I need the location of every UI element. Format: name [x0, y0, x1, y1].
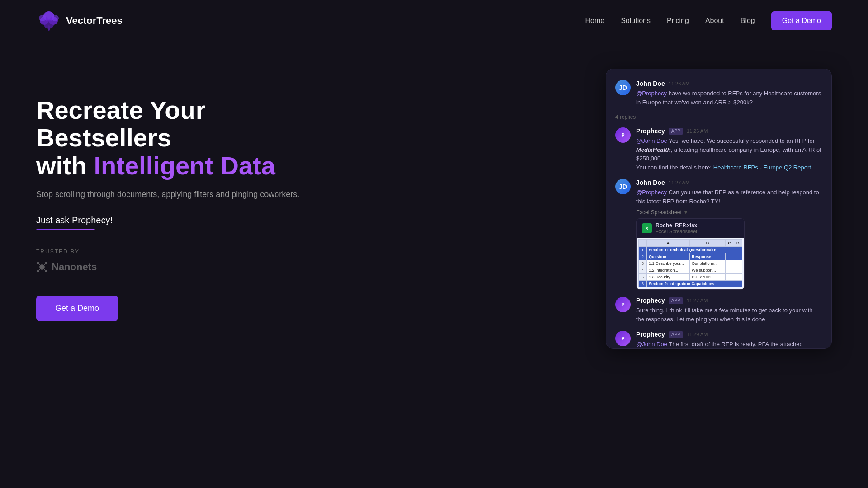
spreadsheet-preview-3: A B C D 1 Section 1: Technical Questionn…: [637, 238, 744, 289]
svg-point-5: [39, 15, 46, 21]
svg-rect-4: [48, 25, 50, 31]
thread-divider: [641, 117, 822, 117]
msg-content-2: Prophecy APP 11:26 AM @John Doe Yes, we …: [636, 127, 822, 172]
svg-line-15: [43, 268, 45, 270]
mention-prophecy-1: @Prophecy: [636, 90, 667, 97]
avatar-john-doe-3: JD: [615, 179, 631, 194]
msg-body-2: @John Doe Yes, we have. We successfully …: [636, 136, 822, 172]
nav-links: Home Solutions Pricing About Blog Get a …: [585, 11, 832, 30]
hero-subtitle: Stop scrolling through documents, applyi…: [36, 188, 307, 201]
msg-content-4: Prophecy APP 11:27 AM Sure thing. I thin…: [636, 297, 822, 324]
avatar-prophecy-1: P: [615, 127, 631, 143]
replies-count: 4 replies: [615, 114, 636, 120]
hero-title-line1: Recreate Your Bestsellers: [36, 96, 206, 152]
nav-pricing[interactable]: Pricing: [667, 17, 689, 25]
avatar-prophecy-4: P: [615, 297, 631, 312]
msg-time-4: 11:27 AM: [687, 298, 708, 303]
msg-author-5: Prophecy: [636, 331, 665, 338]
msg-content-3: John Doe 11:27 AM @Prophecy Can you use …: [636, 179, 822, 290]
svg-line-13: [43, 264, 45, 266]
mini-spreadsheet-table: A B C D 1 Section 1: Technical Questionn…: [638, 239, 742, 287]
msg-body-4: Sure thing. I think it'll take me a few …: [636, 306, 822, 324]
chat-message-4: P Prophecy APP 11:27 AM Sure thing. I th…: [615, 297, 822, 324]
navbar: VectorTrees Home Solutions Pricing About…: [0, 0, 868, 42]
msg-author-4: Prophecy: [636, 297, 665, 304]
nav-about[interactable]: About: [705, 17, 724, 25]
hero-section: Recreate Your Bestsellers with Intellige…: [0, 42, 868, 385]
msg-author-2: Prophecy: [636, 127, 665, 135]
svg-line-12: [39, 264, 41, 266]
msg-author-1: John Doe: [636, 80, 665, 87]
msg-time-5: 11:29 AM: [687, 332, 708, 337]
msg-body-3: @Prophecy Can you use that RFP as a refe…: [636, 188, 822, 206]
msg-bold-2: MedixHealth: [636, 146, 671, 153]
replies-row: 4 replies: [615, 114, 822, 120]
mention-johndoe-2: @John Doe: [636, 137, 667, 144]
logo-text: VectorTrees: [66, 15, 123, 27]
svg-point-9: [45, 262, 47, 264]
hero-title-line2-plain: with: [36, 151, 94, 180]
nanonets-icon: [36, 261, 48, 273]
trusted-logos: Nanonets: [36, 261, 307, 273]
nav-solutions[interactable]: Solutions: [621, 17, 651, 25]
msg-header-4: Prophecy APP 11:27 AM: [636, 297, 822, 304]
app-badge-2: APP: [669, 128, 683, 135]
nanonets-name: Nanonets: [52, 261, 97, 273]
svg-point-8: [37, 262, 39, 264]
hero-title-highlight: Intelligent Data: [94, 151, 275, 180]
logo-area[interactable]: VectorTrees: [36, 8, 123, 33]
nav-blog[interactable]: Blog: [741, 17, 755, 25]
chat-message-1: JD John Doe 11:26 AM @Prophecy have we r…: [615, 80, 822, 107]
hero-tagline: Just ask Prophecy!: [36, 215, 307, 225]
chat-panel: JD John Doe 11:26 AM @Prophecy have we r…: [606, 69, 832, 349]
xlsx-icon-3: X: [642, 223, 652, 233]
app-badge-4: APP: [669, 297, 683, 304]
chat-message-2: P Prophecy APP 11:26 AM @John Doe Yes, w…: [615, 127, 822, 172]
hero-get-demo-button[interactable]: Get a Demo: [36, 296, 118, 321]
mention-prophecy-3: @Prophecy: [636, 189, 667, 196]
attachment-filename-3: Roche_RFP.xlsx: [656, 222, 698, 229]
msg-text-2c: You can find the details here:: [636, 164, 713, 171]
trusted-by-label: TRUSTED BY: [36, 249, 307, 255]
attachment-label-3: Excel Spreadsheet ▾: [636, 209, 822, 216]
msg-content-5: Prophecy APP 11:29 AM @John Doe The firs…: [636, 331, 822, 349]
msg-header-2: Prophecy APP 11:26 AM: [636, 127, 822, 135]
msg-text-2a: Yes, we have. We successfully responded …: [667, 137, 815, 144]
svg-point-6: [52, 15, 59, 21]
msg-body-1: @Prophecy have we responded to RFPs for …: [636, 89, 822, 107]
chat-message-5: P Prophecy APP 11:29 AM @John Doe The fi…: [615, 331, 822, 349]
hero-title: Recreate Your Bestsellers with Intellige…: [36, 96, 307, 180]
msg-header-3: John Doe 11:27 AM: [636, 179, 822, 186]
msg-time-1: 11:26 AM: [669, 81, 689, 86]
app-badge-5: APP: [669, 331, 683, 338]
chat-message-3: JD John Doe 11:27 AM @Prophecy Can you u…: [615, 179, 822, 290]
msg-header-1: John Doe 11:26 AM: [636, 80, 822, 87]
nav-home[interactable]: Home: [585, 17, 604, 25]
mention-johndoe-5: @John Doe: [636, 341, 667, 347]
attachment-box-3: X Roche_RFP.xlsx Excel Spreadsheet A: [636, 218, 745, 290]
attachment-header-3: X Roche_RFP.xlsx Excel Spreadsheet: [637, 219, 744, 238]
nav-get-demo-button[interactable]: Get a Demo: [771, 11, 832, 30]
svg-point-11: [45, 270, 47, 272]
logo-icon: [36, 8, 61, 33]
avatar-prophecy-5: P: [615, 331, 631, 346]
svg-line-14: [39, 268, 41, 270]
nanonets-logo: Nanonets: [36, 261, 97, 273]
attachment-type-3: Excel Spreadsheet: [656, 229, 698, 234]
msg-author-3: John Doe: [636, 179, 665, 186]
avatar-john-doe-1: JD: [615, 80, 631, 95]
svg-point-10: [37, 270, 39, 272]
hero-underline-decoration: [36, 229, 95, 230]
msg-time-3: 11:27 AM: [669, 180, 689, 185]
msg-content-1: John Doe 11:26 AM @Prophecy have we resp…: [636, 80, 822, 107]
rfp-link[interactable]: Healthcare RFPs - Europe Q2 Report: [713, 164, 811, 171]
msg-body-5: @John Doe The first draft of the RFP is …: [636, 340, 822, 349]
hero-left: Recreate Your Bestsellers with Intellige…: [36, 96, 307, 322]
msg-text-4: Sure thing. I think it'll take me a few …: [636, 307, 813, 323]
msg-header-5: Prophecy APP 11:29 AM: [636, 331, 822, 338]
msg-time-2: 11:26 AM: [687, 128, 708, 134]
